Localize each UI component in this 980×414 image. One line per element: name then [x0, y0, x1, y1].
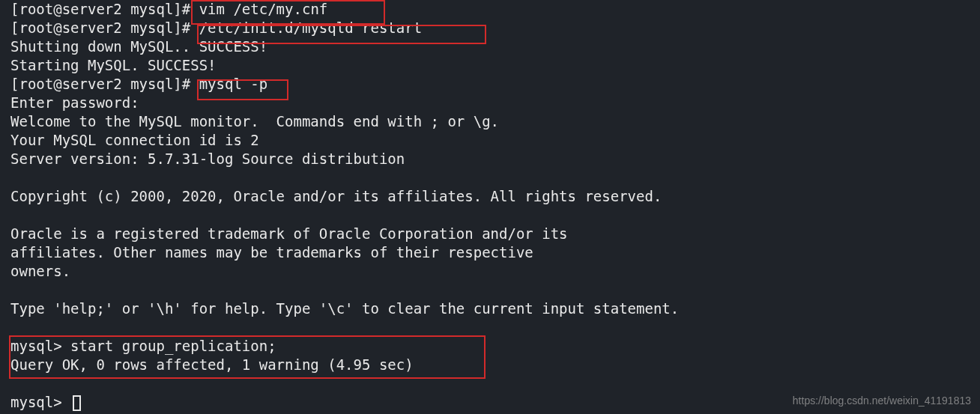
term-line: Oracle is a registered trademark of Orac…: [10, 225, 568, 242]
term-line: Query OK, 0 rows affected, 1 warning (4.…: [10, 356, 414, 373]
shell-prompt: [root@server2 mysql]#: [10, 76, 199, 92]
shell-command: /etc/init.d/mysqld restart: [199, 19, 422, 36]
shell-command: mysql -p: [199, 76, 268, 92]
term-line: Enter password:: [10, 94, 139, 111]
shell-prompt: [root@server2 mysql]#: [10, 19, 199, 36]
term-line: Shutting down MySQL.. SUCCESS!: [10, 38, 267, 55]
term-line: [root@server2 mysql]# vim /etc/my.cnf: [10, 1, 327, 17]
terminal-output[interactable]: [root@server2 mysql]# vim /etc/my.cnf [r…: [0, 0, 980, 412]
watermark-text: https://blog.csdn.net/weixin_41191813: [793, 395, 971, 407]
term-line: Type 'help;' or '\h' for help. Type '\c'…: [10, 300, 679, 317]
term-line: Copyright (c) 2000, 2020, Oracle and/or …: [10, 188, 662, 204]
term-line: [root@server2 mysql]# mysql -p: [10, 76, 267, 92]
term-line: [root@server2 mysql]# /etc/init.d/mysqld…: [10, 19, 422, 36]
shell-command: vim /etc/my.cnf: [199, 1, 328, 17]
term-line: Server version: 5.7.31-log Source distri…: [10, 150, 405, 167]
shell-prompt: [root@server2 mysql]#: [10, 1, 199, 17]
term-line: affiliates. Other names may be trademark…: [10, 244, 533, 261]
term-line: Starting MySQL. SUCCESS!: [10, 57, 217, 73]
term-line: mysql> start group_replication;: [10, 338, 276, 354]
term-line: mysql>: [10, 394, 70, 410]
term-line: Welcome to the MySQL monitor. Commands e…: [10, 113, 499, 130]
term-line: Your MySQL connection id is 2: [10, 132, 259, 148]
text-cursor-icon: [73, 395, 81, 411]
term-line: owners.: [10, 263, 70, 279]
